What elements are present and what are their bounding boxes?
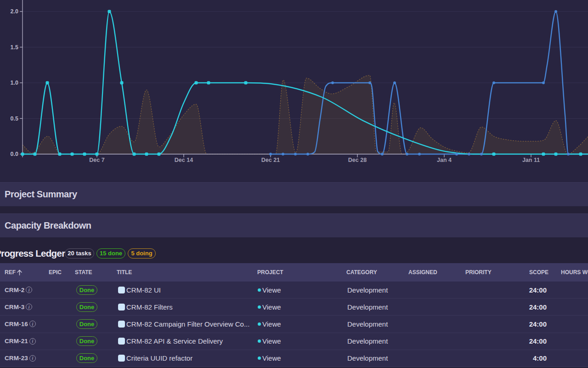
svg-text:0.5: 0.5: [11, 115, 18, 122]
svg-text:1.0: 1.0: [11, 80, 18, 86]
svg-text:Jan 11: Jan 11: [522, 157, 540, 163]
svg-text:2.0: 2.0: [11, 8, 18, 15]
svg-text:Dec 7: Dec 7: [89, 157, 104, 163]
svg-text:Jan 4: Jan 4: [437, 157, 452, 163]
svg-text:0.0: 0.0: [11, 151, 18, 157]
svg-text:Dec 14: Dec 14: [175, 157, 193, 163]
svg-text:Dec 28: Dec 28: [348, 157, 367, 163]
svg-text:1.5: 1.5: [11, 44, 18, 51]
svg-text:Dec 21: Dec 21: [261, 157, 280, 163]
